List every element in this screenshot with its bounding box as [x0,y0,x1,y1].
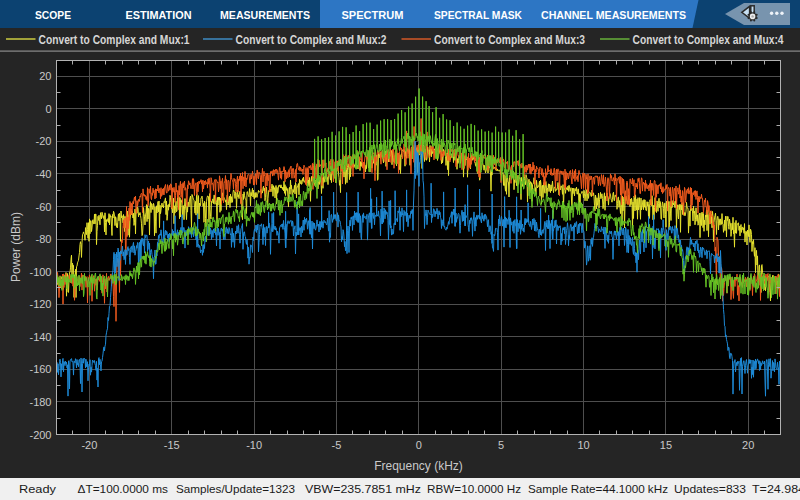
svg-text:Frequency (kHz): Frequency (kHz) [374,459,463,473]
svg-text:-40: -40 [36,168,52,180]
svg-text:-10: -10 [246,439,262,451]
svg-text:-200: -200 [29,429,51,441]
svg-text:Power (dBm): Power (dBm) [9,212,23,282]
svg-text:SCOPE: SCOPE [35,9,71,21]
svg-text:Sample Rate=44.1000 kHz: Sample Rate=44.1000 kHz [528,483,668,495]
svg-text:ESTIMATION: ESTIMATION [126,9,192,21]
svg-text:Convert to Complex and Mux:2: Convert to Complex and Mux:2 [236,33,387,47]
svg-text:ΔT=100.0000 ms: ΔT=100.0000 ms [78,483,169,495]
svg-text:-140: -140 [29,331,51,343]
svg-text:MEASUREMENTS: MEASUREMENTS [220,9,310,21]
svg-text:Updates=833: Updates=833 [674,483,746,495]
svg-text:Convert to Complex and Mux:1: Convert to Complex and Mux:1 [39,33,190,47]
svg-text:CHANNEL MEASUREMENTS: CHANNEL MEASUREMENTS [541,9,686,21]
svg-text:RBW=10.0000 Hz: RBW=10.0000 Hz [427,483,521,495]
svg-text:20: 20 [742,439,754,451]
svg-text:-60: -60 [36,201,52,213]
svg-text:Convert to Complex and Mux:4: Convert to Complex and Mux:4 [633,33,784,47]
svg-text:15: 15 [660,439,672,451]
svg-text:10: 10 [577,439,589,451]
svg-text:0: 0 [45,103,51,115]
svg-text:Convert to Complex and Mux:3: Convert to Complex and Mux:3 [434,33,585,47]
svg-text:VBW=235.7851 mHz: VBW=235.7851 mHz [305,483,421,495]
svg-text:-120: -120 [29,298,51,310]
svg-text:-100: -100 [29,266,51,278]
svg-text:-5: -5 [332,439,342,451]
svg-text:-160: -160 [29,363,51,375]
svg-text:-80: -80 [36,233,52,245]
svg-text:-15: -15 [164,439,180,451]
svg-text:-20: -20 [81,439,97,451]
svg-text:20: 20 [39,70,51,82]
svg-text:SPECTRAL MASK: SPECTRAL MASK [434,9,523,21]
svg-text:SPECTRUM: SPECTRUM [342,9,404,21]
svg-text:T=24.9843: T=24.9843 [752,483,800,495]
svg-text:Ready: Ready [19,483,56,495]
svg-text:Samples/Update=1323: Samples/Update=1323 [176,483,295,495]
svg-text:0: 0 [416,439,422,451]
svg-text:-180: -180 [29,396,51,408]
svg-text:-20: -20 [36,135,52,147]
svg-text:5: 5 [498,439,504,451]
